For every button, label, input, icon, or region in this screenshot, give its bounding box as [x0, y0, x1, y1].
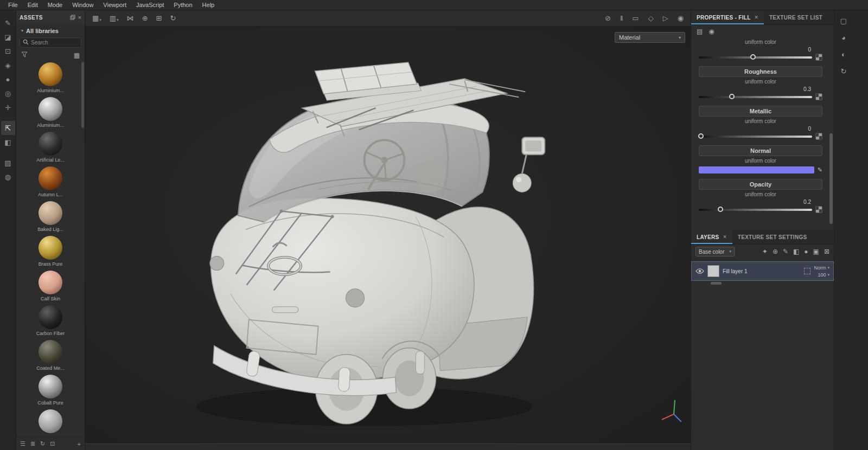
material-item[interactable]: Coated Me...	[16, 340, 85, 371]
material-item[interactable]: Artificial Le...	[16, 132, 85, 163]
slider-handle[interactable]	[718, 207, 723, 212]
material-library-list[interactable]: Aluminium... Aluminium... Artificial Le.…	[16, 61, 85, 437]
libraries-dropdown[interactable]: ▾ All libraries	[16, 24, 85, 37]
add-resource-icon[interactable]: +	[78, 441, 81, 447]
environment-settings-icon[interactable]: ◐	[839, 49, 848, 59]
channel-header-button[interactable]: Roughness	[699, 66, 822, 77]
delete-layer-icon[interactable]: ⊠	[824, 248, 829, 255]
clone-tool-icon[interactable]: ◎	[1, 86, 15, 100]
blend-mode-dropdown[interactable]: Norm▾	[814, 265, 829, 271]
material-item[interactable]: Cobalt Pure	[16, 375, 85, 406]
symmetry-axis-icon[interactable]: ⊕	[142, 15, 148, 22]
menu-item[interactable]: Edit	[23, 0, 43, 10]
add-group-icon[interactable]: ▣	[813, 248, 819, 255]
material-item[interactable]: Autumn L...	[16, 166, 85, 198]
visibility-eye-icon[interactable]	[695, 268, 704, 274]
menu-item[interactable]: Window	[67, 0, 98, 10]
color-swatch[interactable]	[699, 166, 814, 173]
viewer-settings-icon[interactable]: ◍	[1, 170, 15, 184]
menu-item[interactable]: File	[3, 0, 23, 10]
geometry-mask-icon[interactable]: ◧	[1, 135, 15, 149]
small-list-view-icon[interactable]: ☰	[20, 440, 25, 447]
layer-name[interactable]: Fill layer 1	[723, 268, 801, 274]
assets-scrollbar[interactable]	[81, 62, 84, 128]
tab-layers[interactable]: LAYERS ×	[691, 230, 732, 244]
menu-item[interactable]: JavaScript	[131, 0, 169, 10]
add-frame-icon[interactable]: ⊞	[156, 15, 162, 22]
texture-checker-icon[interactable]	[815, 133, 822, 140]
material-item[interactable]: Calf Skin	[16, 271, 85, 302]
material-item[interactable]: Baked Lig...	[16, 201, 85, 233]
undock-panel-icon[interactable]	[70, 15, 75, 20]
viewport-3d-canvas[interactable]: Material ▾	[85, 27, 691, 443]
material-item[interactable]: Aluminium...	[16, 97, 85, 128]
close-panel-icon[interactable]: ×	[78, 14, 81, 21]
filter-funnel-icon[interactable]	[21, 52, 28, 59]
slider-handle[interactable]	[729, 94, 735, 99]
material-item[interactable]: Brass Pure	[16, 236, 85, 267]
polygon-fill-tool-icon[interactable]: ◈	[1, 58, 15, 72]
reimport-resources-icon[interactable]: ↻	[40, 440, 45, 447]
eraser-tool-icon[interactable]: ◪	[1, 30, 15, 44]
add-effect-icon[interactable]: ✦	[762, 248, 768, 255]
pause-engine-icon[interactable]: ‖	[620, 15, 623, 22]
screenshot-camera-icon[interactable]: ◉	[678, 15, 684, 22]
export-textures-icon[interactable]: ⇱	[1, 121, 15, 135]
layer-opacity-dropdown[interactable]: 100▾	[818, 272, 829, 278]
smudge-tool-icon[interactable]: ●	[1, 72, 15, 86]
tab-texture-set-settings[interactable]: TEXTURE SET SETTINGS	[732, 230, 813, 244]
symmetry-icon[interactable]: ⋈	[127, 15, 134, 22]
projection-tool-icon[interactable]: ⊡	[1, 44, 15, 58]
history-panel-icon[interactable]: ↻	[839, 66, 848, 76]
thumbnail-grid-view-icon[interactable]: ▦	[74, 52, 80, 59]
layer-row[interactable]: Fill layer 1 Norm▾ 100▾	[691, 261, 834, 281]
close-tab-icon[interactable]: ×	[723, 233, 726, 241]
material-item[interactable]	[16, 409, 85, 437]
paint-tool-icon[interactable]: ✎	[1, 16, 15, 30]
shader-settings-icon[interactable]: ◕	[839, 33, 848, 42]
shader-dropdown[interactable]: Material ▾	[615, 32, 685, 43]
menu-item[interactable]: Mode	[43, 0, 68, 10]
add-paint-layer-icon[interactable]: ✎	[783, 248, 788, 255]
material-preview-icon[interactable]: ◉	[709, 28, 714, 35]
material-picker-tool-icon[interactable]: ✛	[1, 100, 15, 114]
color-picker-icon[interactable]: ✎	[818, 166, 822, 173]
channel-filter-dropdown[interactable]: Base color ▾	[695, 247, 735, 256]
hide-ui-icon[interactable]: ⊘	[605, 15, 611, 22]
mask-slot-icon[interactable]	[804, 268, 810, 274]
channel-slider[interactable]	[699, 56, 812, 59]
add-fill-layer-icon[interactable]: ◧	[793, 248, 799, 255]
texture-checker-icon[interactable]	[815, 54, 822, 61]
menu-item[interactable]: Python	[169, 0, 197, 10]
slider-handle[interactable]	[698, 133, 704, 139]
material-item[interactable]: Aluminium...	[16, 62, 85, 94]
texture-checker-icon[interactable]	[815, 93, 822, 100]
add-mask-icon[interactable]: ⊕	[773, 248, 778, 255]
asset-search-box[interactable]	[20, 37, 81, 48]
projection-settings-icon[interactable]: ▤	[697, 28, 703, 35]
channel-slider[interactable]	[699, 209, 812, 211]
tab-texture-set-list[interactable]: TEXTURE SET LIST	[764, 10, 828, 24]
history-icon[interactable]: ↻	[170, 15, 176, 22]
properties-scrollbar[interactable]	[829, 133, 833, 224]
slider-handle[interactable]	[750, 54, 756, 60]
texture-checker-icon[interactable]	[815, 206, 822, 213]
channel-slider[interactable]	[699, 96, 812, 98]
close-tab-icon[interactable]: ×	[755, 14, 758, 21]
search-input[interactable]	[31, 40, 74, 46]
menu-item[interactable]: Help	[197, 0, 220, 10]
quick-mask-icon[interactable]: ▨	[1, 156, 15, 170]
channel-slider[interactable]	[699, 136, 812, 138]
frame-view-icon[interactable]: ⊡	[50, 440, 55, 447]
snapping-grid-icon[interactable]: ▦▾	[92, 15, 101, 22]
channel-header-button[interactable]: Normal	[699, 145, 822, 156]
channel-header-button[interactable]: Opacity	[699, 179, 822, 190]
material-item[interactable]: Carbon Fiber	[16, 305, 85, 337]
camera-view-icon[interactable]: ▷	[663, 15, 668, 22]
tab-properties-fill[interactable]: PROPERTIES - FILL ×	[691, 10, 764, 24]
display-settings-icon[interactable]: ▢	[839, 16, 848, 25]
detail-list-view-icon[interactable]: ≣	[30, 440, 35, 447]
perspective-toggle-icon[interactable]: ◇	[648, 15, 654, 22]
add-smart-material-icon[interactable]: ●	[804, 248, 808, 255]
uv-grid-icon[interactable]: ▥▾	[110, 15, 119, 22]
